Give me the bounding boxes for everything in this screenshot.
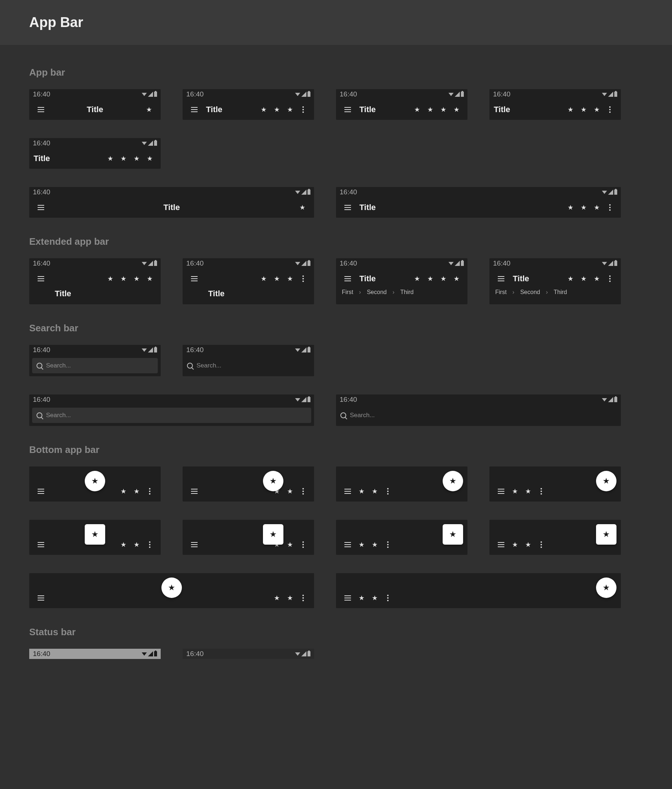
fab-button[interactable]: ★ [85,471,105,491]
action-star-button[interactable]: ★ [104,272,117,286]
action-star-button[interactable]: ★ [117,484,130,498]
search-input[interactable]: Search... [32,358,158,373]
action-star-button[interactable]: ★ [143,151,156,166]
action-star-button[interactable]: ★ [117,151,130,166]
more-button[interactable] [603,200,616,215]
tab-third[interactable]: Third [554,289,567,295]
fab-button[interactable]: ★ [161,578,182,598]
more-button[interactable] [381,484,394,498]
fab-button[interactable]: ★ [443,471,463,491]
action-star-button[interactable]: ★ [295,200,310,215]
menu-button[interactable] [34,272,48,286]
menu-button[interactable] [340,537,355,552]
more-button[interactable] [381,537,394,552]
action-star-button[interactable]: ★ [437,272,450,286]
action-star-button[interactable]: ★ [577,200,590,215]
action-star-button[interactable]: ★ [522,484,535,498]
tab-third[interactable]: Third [400,289,413,295]
tab-first[interactable]: First [342,289,353,295]
more-button[interactable] [297,484,310,498]
action-star-button[interactable]: ★ [355,537,368,552]
more-button[interactable] [297,591,310,605]
more-button[interactable] [297,102,310,117]
menu-button[interactable] [34,484,48,498]
menu-button[interactable] [340,591,355,605]
more-button[interactable] [297,537,310,552]
tab-second[interactable]: Second [367,289,386,295]
search-input[interactable]: Search... [32,408,311,423]
more-button[interactable] [381,591,394,605]
menu-button[interactable] [494,272,508,286]
fab-button[interactable]: ★ [443,524,463,545]
more-button[interactable] [603,272,616,286]
action-star-button[interactable]: ★ [410,272,424,286]
action-star-button[interactable]: ★ [410,102,424,117]
action-star-button[interactable]: ★ [130,484,143,498]
action-star-button[interactable]: ★ [142,102,156,117]
action-star-button[interactable]: ★ [270,102,283,117]
search-input[interactable]: Search... [339,408,618,423]
menu-button[interactable] [187,272,202,286]
action-star-button[interactable]: ★ [283,272,297,286]
action-star-button[interactable]: ★ [564,200,577,215]
tab-first[interactable]: First [495,289,506,295]
action-star-button[interactable]: ★ [437,102,450,117]
more-button[interactable] [535,484,548,498]
fab-button[interactable]: ★ [596,578,616,598]
action-star-button[interactable]: ★ [577,272,590,286]
menu-button[interactable] [187,102,202,117]
more-button[interactable] [143,537,156,552]
tab-second[interactable]: Second [520,289,540,295]
action-star-button[interactable]: ★ [450,102,463,117]
menu-button[interactable] [34,200,48,215]
action-star-button[interactable]: ★ [590,200,603,215]
fab-button[interactable]: ★ [263,524,283,545]
action-star-button[interactable]: ★ [368,591,381,605]
menu-button[interactable] [34,102,48,117]
action-star-button[interactable]: ★ [368,484,381,498]
action-star-button[interactable]: ★ [590,272,603,286]
action-star-button[interactable]: ★ [130,151,143,166]
action-star-button[interactable]: ★ [368,537,381,552]
action-star-button[interactable]: ★ [508,484,522,498]
action-star-button[interactable]: ★ [450,272,463,286]
fab-button[interactable]: ★ [263,471,283,491]
action-star-button[interactable]: ★ [283,102,297,117]
action-star-button[interactable]: ★ [564,102,577,117]
action-star-button[interactable]: ★ [564,272,577,286]
menu-button[interactable] [187,537,202,552]
menu-button[interactable] [340,200,355,215]
more-button[interactable] [143,484,156,498]
fab-button[interactable]: ★ [85,524,105,545]
action-star-button[interactable]: ★ [117,272,130,286]
action-star-button[interactable]: ★ [424,272,437,286]
action-star-button[interactable]: ★ [355,591,368,605]
action-star-button[interactable]: ★ [257,272,270,286]
action-star-button[interactable]: ★ [270,591,283,605]
menu-button[interactable] [494,484,508,498]
action-star-button[interactable]: ★ [577,102,590,117]
menu-button[interactable] [340,484,355,498]
more-button[interactable] [603,102,616,117]
action-star-button[interactable]: ★ [257,102,270,117]
menu-button[interactable] [494,537,508,552]
fab-button[interactable]: ★ [596,471,616,491]
menu-button[interactable] [340,272,355,286]
search-input[interactable]: Search... [185,358,311,373]
more-button[interactable] [297,272,310,286]
action-star-button[interactable]: ★ [143,272,156,286]
action-star-button[interactable]: ★ [130,537,143,552]
menu-button[interactable] [34,537,48,552]
action-star-button[interactable]: ★ [283,537,297,552]
menu-button[interactable] [340,102,355,117]
fab-button[interactable]: ★ [596,524,616,545]
action-star-button[interactable]: ★ [424,102,437,117]
action-star-button[interactable]: ★ [130,272,143,286]
action-star-button[interactable]: ★ [508,537,522,552]
action-star-button[interactable]: ★ [590,102,603,117]
menu-button[interactable] [187,484,202,498]
action-star-button[interactable]: ★ [355,484,368,498]
action-star-button[interactable]: ★ [104,151,117,166]
action-star-button[interactable]: ★ [270,272,283,286]
menu-button[interactable] [34,591,48,605]
